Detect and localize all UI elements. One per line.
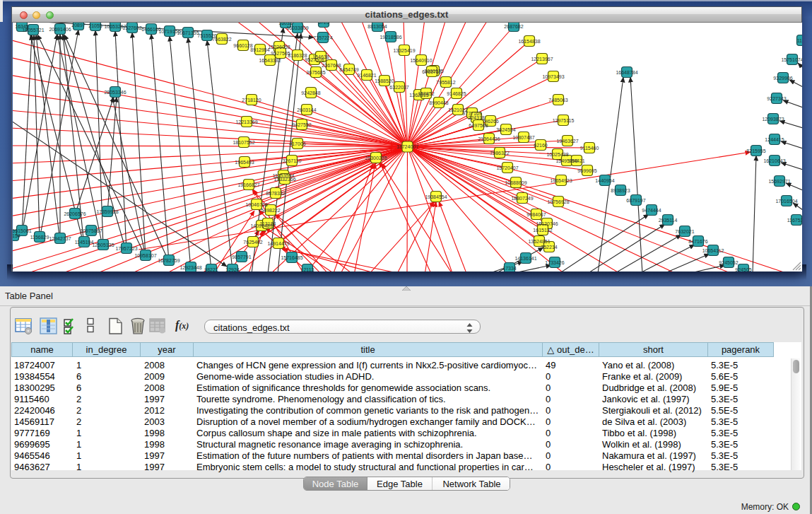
svg-text:6879197: 6879197 [626,198,645,203]
svg-text:13524851: 13524851 [528,239,550,244]
svg-text:14136141: 14136141 [514,256,536,261]
svg-text:14914479: 14914479 [267,241,289,246]
svg-text:8471676: 8471676 [688,239,707,244]
svg-text:12213369: 12213369 [235,119,257,124]
svg-text:1244415: 1244415 [765,137,784,142]
svg-text:6497568: 6497568 [469,123,488,128]
svg-text:9242848: 9242848 [301,90,320,95]
svg-text:19756928: 19756928 [547,199,569,204]
svg-text:18807249: 18807249 [511,196,533,201]
svg-text:16210643: 16210643 [763,158,785,163]
svg-text:18724007: 18724007 [396,144,418,149]
svg-text:9146825: 9146825 [447,91,466,96]
svg-text:17334: 17334 [502,266,517,271]
svg-text:3675685: 3675685 [306,70,325,75]
svg-text:10671355: 10671355 [177,30,199,35]
svg-text:9329906: 9329906 [773,76,792,81]
svg-text:154638: 154638 [312,54,329,59]
svg-text:15692971: 15692971 [768,179,790,184]
svg-text:9474444: 9474444 [642,208,661,213]
svg-text:1527602: 1527602 [122,25,141,30]
svg-text:28053346: 28053346 [104,90,126,95]
svg-text:17359928: 17359928 [96,209,118,214]
svg-text:8454749: 8454749 [339,67,358,72]
svg-text:1167533: 1167533 [787,218,802,223]
svg-text:19218586: 19218586 [379,35,401,40]
svg-text:12923448: 12923448 [180,265,201,270]
svg-text:1965493: 1965493 [235,160,254,165]
svg-text:6961758: 6961758 [422,69,441,74]
svg-text:417006: 417006 [289,141,305,146]
svg-text:158852: 158852 [418,91,434,96]
svg-text:7986322: 7986322 [490,151,509,156]
svg-text:15751074: 15751074 [781,57,802,62]
svg-text:21364436: 21364436 [478,136,500,141]
svg-text:16154838: 16154838 [518,39,540,44]
svg-text:15720407: 15720407 [496,165,518,170]
svg-text:924505: 924505 [735,267,751,271]
svg-text:15716485: 15716485 [281,255,302,260]
svg-text:20897: 20897 [71,23,86,28]
svg-text:8912954: 8912954 [250,47,269,52]
svg-text:7955812: 7955812 [436,80,455,85]
svg-text:7357224: 7357224 [313,35,332,40]
svg-text:10046766: 10046766 [245,202,267,207]
svg-text:2935114: 2935114 [659,218,678,223]
svg-text:3267110: 3267110 [283,158,302,163]
svg-text:2603144: 2603144 [297,107,316,112]
svg-text:12093873: 12093873 [762,117,784,122]
svg-text:5498222: 5498222 [261,208,280,213]
svg-text:17016504: 17016504 [775,199,797,204]
svg-text:10025438: 10025438 [546,152,568,157]
svg-text:8990448: 8990448 [429,100,448,105]
svg-text:12505135: 12505135 [92,243,114,247]
svg-text:7632021: 7632021 [675,229,694,234]
svg-text:12975115: 12975115 [553,118,575,123]
svg-text:1588520: 1588520 [375,78,394,83]
svg-text:7485063: 7485063 [548,98,567,103]
svg-text:10958107: 10958107 [134,253,156,258]
svg-text:12113: 12113 [301,267,314,271]
svg-text:1733426: 1733426 [545,260,564,265]
svg-text:2367608: 2367608 [322,63,341,68]
svg-text:1440954: 1440954 [595,178,614,183]
svg-text:9146821: 9146821 [357,73,376,78]
svg-text:13325419: 13325419 [393,48,415,53]
svg-text:113184: 113184 [260,221,276,226]
svg-text:8878332: 8878332 [266,191,285,196]
svg-text:15226058: 15226058 [268,45,290,49]
svg-text:19166827: 19166827 [237,182,259,187]
svg-text:19384554: 19384554 [425,194,447,199]
svg-text:2718120: 2718120 [242,98,261,103]
svg-text:10688609: 10688609 [505,180,526,185]
svg-text:7663822: 7663822 [212,37,231,42]
svg-text:17957223: 17957223 [115,246,137,251]
svg-text:9227343: 9227343 [767,96,786,101]
svg-text:12942737: 12942737 [49,236,71,241]
svg-text:62160: 62160 [534,143,548,148]
svg-text:18107552: 18107552 [233,140,254,145]
svg-text:19654923: 19654923 [550,178,572,183]
svg-text:1156829: 1156829 [30,235,49,240]
svg-text:252214: 252214 [541,245,557,250]
svg-text:12924: 12924 [225,267,240,271]
svg-text:26206576: 26206576 [64,211,86,216]
svg-text:16648784: 16648784 [616,70,637,75]
svg-text:6515061: 6515061 [13,228,32,233]
svg-text:16120746: 16120746 [536,221,558,226]
svg-text:21055: 21055 [88,23,102,28]
svg-text:3624554: 3624554 [496,127,515,132]
svg-text:9115460: 9115460 [580,146,599,151]
svg-text:13332366: 13332366 [273,177,295,182]
svg-text:10807487: 10807487 [512,135,534,140]
svg-text:9427552: 9427552 [292,122,311,127]
svg-text:16543382: 16543382 [259,58,281,63]
svg-text:18055721: 18055721 [22,28,44,33]
svg-text:12213967: 12213967 [531,57,553,62]
svg-text:984421: 984421 [568,158,584,163]
svg-text:1145194: 1145194 [75,240,94,245]
svg-text:9699695: 9699695 [577,168,596,173]
svg-text:7625402: 7625402 [243,240,262,245]
svg-text:2687682: 2687682 [504,24,523,29]
svg-text:10975867: 10975867 [80,228,102,233]
